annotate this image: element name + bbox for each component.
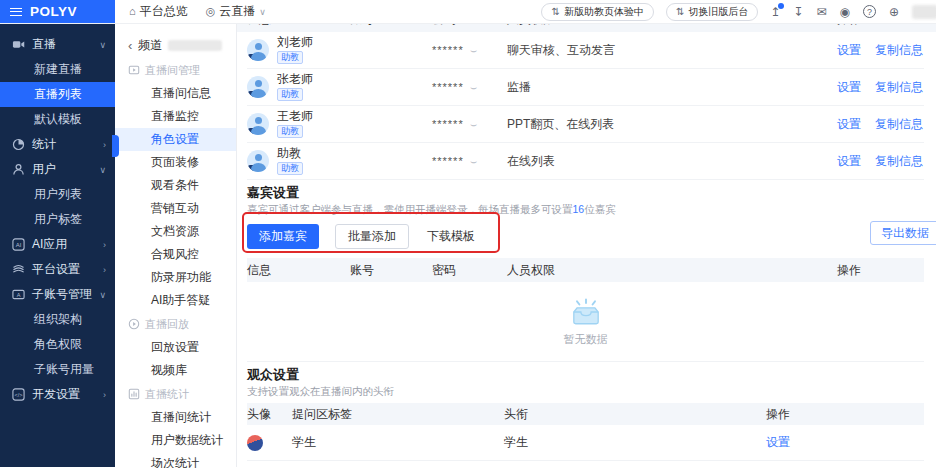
table-row: 张老师 助教 ******⌣ 监播 设置 复制信息 bbox=[247, 69, 924, 106]
sidebar-item-stats[interactable]: 统计 › bbox=[0, 132, 115, 157]
eye-closed-icon[interactable]: ⌣ bbox=[470, 118, 477, 131]
sidebar-item-live-list[interactable]: 直播列表 bbox=[0, 82, 115, 107]
subnav-room-stats[interactable]: 直播间统计 bbox=[115, 406, 236, 429]
desc-suffix: 位嘉宾 bbox=[584, 203, 616, 215]
student-avatar bbox=[247, 435, 263, 451]
home-icon: ⌂ bbox=[129, 6, 136, 17]
back-to-channel[interactable]: ‹ 频道 bbox=[115, 32, 236, 58]
col-actions: 操作 bbox=[837, 262, 924, 279]
eye-closed-icon[interactable]: ⌣ bbox=[470, 81, 477, 94]
group-playback: 直播回放 bbox=[115, 312, 236, 336]
copy-info-link[interactable]: 复制信息 bbox=[875, 116, 923, 133]
sidebar-item-live[interactable]: 直播 ∨ bbox=[0, 32, 115, 57]
upload-icon[interactable]: ↥ bbox=[770, 6, 780, 18]
audience-settings-desc: 支持设置观众在直播间内的头衔 bbox=[247, 385, 924, 398]
mail-icon[interactable]: ✉ bbox=[816, 6, 826, 18]
settings-link[interactable]: 设置 bbox=[837, 79, 861, 96]
chevron-right-icon: › bbox=[103, 390, 106, 400]
notification-dot bbox=[778, 3, 784, 9]
eye-closed-icon[interactable]: ⌣ bbox=[470, 155, 477, 168]
body: 直播 ∨ 新建直播 直播列表 默认模板 统计 › 用户 ∨ 用户列表 用户标签 … bbox=[0, 24, 936, 467]
globe-icon[interactable]: ⊕ bbox=[889, 6, 899, 18]
subnav-room-info[interactable]: 直播间信息 bbox=[115, 82, 236, 105]
download-icon[interactable]: ↧ bbox=[793, 6, 803, 18]
menu-toggle-icon[interactable] bbox=[10, 8, 22, 16]
add-guest-button[interactable]: 添加嘉宾 bbox=[247, 224, 319, 249]
switch-old-console-pill[interactable]: ⇅ 切换旧版后台 bbox=[666, 3, 758, 21]
role-table-header: 信息 账号 密码 人员权限 操作 bbox=[237, 24, 936, 32]
sidebar-item-user-list[interactable]: 用户列表 bbox=[0, 182, 115, 207]
sidebar-item-sub-usage[interactable]: 子账号用量 bbox=[0, 357, 115, 382]
sidebar-item-live-label: 直播 bbox=[32, 36, 56, 53]
switch-old-console-label: 切换旧版后台 bbox=[688, 5, 748, 19]
chevron-down-icon: ∨ bbox=[99, 290, 106, 300]
role-badge: 助教 bbox=[277, 162, 303, 175]
record-icon[interactable]: ◉ bbox=[839, 6, 849, 18]
copy-info-link[interactable]: 复制信息 bbox=[875, 42, 923, 59]
subnav-marketing[interactable]: 营销互动 bbox=[115, 197, 236, 220]
subnav-live-monitor[interactable]: 直播监控 bbox=[115, 105, 236, 128]
subnav-role-settings[interactable]: 角色设置 bbox=[115, 128, 236, 151]
sidebar-item-users[interactable]: 用户 ∨ bbox=[0, 157, 115, 182]
settings-link[interactable]: 设置 bbox=[837, 116, 861, 133]
account-avatar[interactable] bbox=[912, 5, 936, 19]
col-actions: 操作 bbox=[766, 406, 924, 423]
chevron-down-icon: ∨ bbox=[99, 165, 106, 175]
nav-platform-overview-label: 平台总览 bbox=[140, 3, 188, 20]
eye-closed-icon[interactable]: ⌣ bbox=[470, 44, 477, 57]
subnav-page-decor[interactable]: 页面装修 bbox=[115, 151, 236, 174]
subnav-anti-record[interactable]: 防录屏功能 bbox=[115, 266, 236, 289]
subnav-video-library[interactable]: 视频库 bbox=[115, 359, 236, 382]
sidebar-collapse-handle[interactable] bbox=[112, 135, 119, 157]
subnav-doc-resources[interactable]: 文档资源 bbox=[115, 220, 236, 243]
subnav-compliance[interactable]: 合规风控 bbox=[115, 243, 236, 266]
settings-link[interactable]: 设置 bbox=[837, 153, 861, 170]
subnav-user-data-stats[interactable]: 用户数据统计 bbox=[115, 429, 236, 452]
sidebar-item-ai[interactable]: AI AI应用 › bbox=[0, 232, 115, 257]
member-name: 王老师 bbox=[277, 110, 313, 123]
pie-chart-icon bbox=[12, 138, 25, 151]
app-window: POLYV ⌂ 平台总览 ◎ 云直播 ∨ ⇅ 新版助教页体验中 ⇅ 切换旧版后台 bbox=[0, 0, 936, 468]
subnav-watch-conditions[interactable]: 观看条件 bbox=[115, 174, 236, 197]
subnav-playback-settings[interactable]: 回放设置 bbox=[115, 336, 236, 359]
copy-info-link[interactable]: 复制信息 bbox=[875, 79, 923, 96]
table-row: 刘老师 助教 ******⌣ 聊天审核、互动发言 设置 复制信息 bbox=[247, 32, 924, 69]
sidebar-item-default-template[interactable]: 默认模板 bbox=[0, 107, 115, 132]
copy-info-link[interactable]: 复制信息 bbox=[875, 153, 923, 170]
sidebar-item-new-live[interactable]: 新建直播 bbox=[0, 57, 115, 82]
brand-block: POLYV bbox=[0, 0, 115, 23]
download-template-button[interactable]: 下载模板 bbox=[425, 224, 477, 249]
group-room-manage: 直播间管理 bbox=[115, 58, 236, 82]
code-icon: </> bbox=[12, 388, 25, 401]
sidebar-item-dev[interactable]: </> 开发设置 › bbox=[0, 382, 115, 407]
new-help-page-pill[interactable]: ⇅ 新版助教页体验中 bbox=[541, 3, 653, 21]
col-title: 头衔 bbox=[504, 406, 766, 423]
settings-link[interactable]: 设置 bbox=[766, 434, 924, 451]
export-data-button[interactable]: 导出数据 bbox=[870, 221, 936, 245]
back-icon: ‹ bbox=[128, 38, 132, 53]
chevron-right-icon: › bbox=[103, 140, 106, 150]
help-icon[interactable]: ? bbox=[863, 5, 876, 18]
audience-table-header: 头像 提问区标签 头衔 操作 bbox=[247, 403, 924, 425]
sidebar-item-org[interactable]: 组织架构 bbox=[0, 307, 115, 332]
password-masked: ****** bbox=[432, 118, 464, 130]
swap-icon: ⇅ bbox=[551, 7, 559, 17]
member-name: 助教 bbox=[277, 147, 303, 160]
nav-cloud-live[interactable]: ◎ 云直播 ∨ bbox=[206, 3, 266, 20]
sidebar-item-subaccount[interactable]: A 子账号管理 ∨ bbox=[0, 282, 115, 307]
channel-name-blurred bbox=[168, 40, 222, 51]
col-info: 信息 bbox=[247, 24, 350, 28]
title-value: 学生 bbox=[504, 434, 766, 451]
sidebar-item-role-perm[interactable]: 角色权限 bbox=[0, 332, 115, 357]
sidebar-item-platform[interactable]: 平台设置 › bbox=[0, 257, 115, 282]
nav-platform-overview[interactable]: ⌂ 平台总览 bbox=[129, 3, 188, 20]
col-password: 密码 bbox=[432, 24, 507, 28]
question-tag-value: 学生 bbox=[292, 434, 504, 451]
sidebar-item-user-tags[interactable]: 用户标签 bbox=[0, 207, 115, 232]
settings-link[interactable]: 设置 bbox=[837, 42, 861, 59]
batch-add-button[interactable]: 批量添加 bbox=[335, 224, 409, 249]
subnav-ai-assistant[interactable]: AI助手答疑 bbox=[115, 289, 236, 312]
permissions-text: PPT翻页、在线列表 bbox=[507, 116, 837, 133]
subnav-session-stats[interactable]: 场次统计 bbox=[115, 452, 236, 468]
topbar-right: ⇅ 新版助教页体验中 ⇅ 切换旧版后台 ↥ ↧ ✉ ◉ ? ⊕ bbox=[541, 3, 928, 21]
